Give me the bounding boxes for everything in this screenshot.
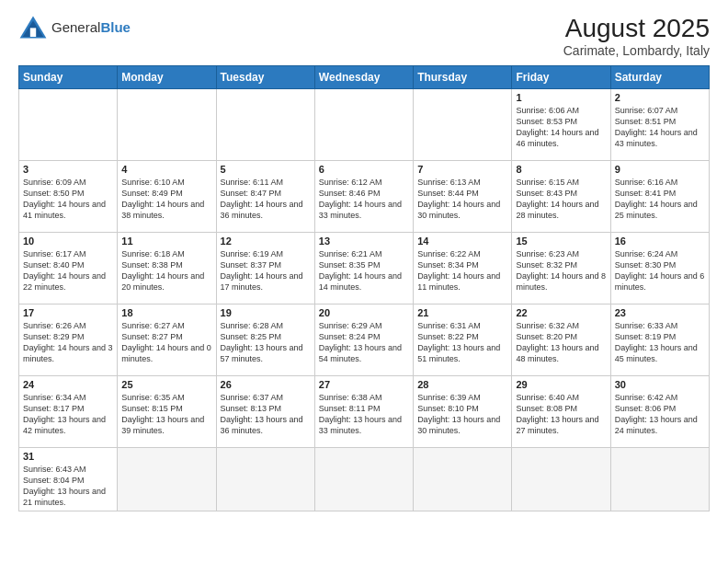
day-number: 10 bbox=[23, 236, 113, 247]
calendar-day-cell: 8Sunrise: 6:15 AM Sunset: 8:43 PM Daylig… bbox=[512, 160, 610, 232]
calendar-day-cell: 15Sunrise: 6:23 AM Sunset: 8:32 PM Dayli… bbox=[512, 232, 610, 304]
calendar-day-cell: 2Sunrise: 6:07 AM Sunset: 8:51 PM Daylig… bbox=[610, 88, 709, 160]
calendar-day-cell: 3Sunrise: 6:09 AM Sunset: 8:50 PM Daylig… bbox=[19, 160, 118, 232]
calendar-day-cell bbox=[314, 447, 413, 511]
weekday-header-wednesday: Wednesday bbox=[314, 65, 413, 88]
calendar-week-3: 10Sunrise: 6:17 AM Sunset: 8:40 PM Dayli… bbox=[19, 232, 710, 304]
calendar-day-cell bbox=[314, 88, 413, 160]
day-number: 1 bbox=[516, 92, 606, 103]
day-info: Sunrise: 6:26 AM Sunset: 8:29 PM Dayligh… bbox=[23, 320, 113, 365]
logo-icon bbox=[18, 15, 48, 40]
day-info: Sunrise: 6:27 AM Sunset: 8:27 PM Dayligh… bbox=[121, 320, 211, 365]
day-number: 24 bbox=[23, 379, 113, 390]
calendar-day-cell: 11Sunrise: 6:18 AM Sunset: 8:38 PM Dayli… bbox=[118, 232, 216, 304]
day-number: 13 bbox=[319, 236, 409, 247]
day-info: Sunrise: 6:28 AM Sunset: 8:25 PM Dayligh… bbox=[221, 320, 311, 365]
calendar-day-cell: 22Sunrise: 6:32 AM Sunset: 8:20 PM Dayli… bbox=[512, 304, 610, 375]
day-info: Sunrise: 6:12 AM Sunset: 8:46 PM Dayligh… bbox=[319, 177, 409, 222]
calendar-day-cell: 19Sunrise: 6:28 AM Sunset: 8:25 PM Dayli… bbox=[216, 304, 314, 375]
day-info: Sunrise: 6:24 AM Sunset: 8:30 PM Dayligh… bbox=[615, 248, 705, 293]
day-number: 7 bbox=[417, 164, 507, 175]
calendar-day-cell: 7Sunrise: 6:13 AM Sunset: 8:44 PM Daylig… bbox=[414, 160, 512, 232]
day-number: 18 bbox=[121, 307, 211, 318]
calendar-day-cell: 28Sunrise: 6:39 AM Sunset: 8:10 PM Dayli… bbox=[414, 375, 512, 447]
calendar-day-cell: 16Sunrise: 6:24 AM Sunset: 8:30 PM Dayli… bbox=[610, 232, 709, 304]
calendar-week-1: 1Sunrise: 6:06 AM Sunset: 8:53 PM Daylig… bbox=[19, 88, 710, 160]
weekday-header-friday: Friday bbox=[512, 65, 610, 88]
calendar-table: SundayMondayTuesdayWednesdayThursdayFrid… bbox=[18, 65, 710, 512]
calendar-day-cell: 10Sunrise: 6:17 AM Sunset: 8:40 PM Dayli… bbox=[19, 232, 118, 304]
calendar-week-2: 3Sunrise: 6:09 AM Sunset: 8:50 PM Daylig… bbox=[19, 160, 710, 232]
day-info: Sunrise: 6:23 AM Sunset: 8:32 PM Dayligh… bbox=[516, 248, 606, 293]
day-info: Sunrise: 6:10 AM Sunset: 8:49 PM Dayligh… bbox=[121, 177, 211, 222]
day-number: 25 bbox=[121, 379, 211, 390]
day-info: Sunrise: 6:38 AM Sunset: 8:11 PM Dayligh… bbox=[319, 392, 409, 437]
calendar-day-cell: 20Sunrise: 6:29 AM Sunset: 8:24 PM Dayli… bbox=[314, 304, 413, 375]
calendar-day-cell: 13Sunrise: 6:21 AM Sunset: 8:35 PM Dayli… bbox=[314, 232, 413, 304]
calendar-day-cell: 25Sunrise: 6:35 AM Sunset: 8:15 PM Dayli… bbox=[118, 375, 216, 447]
calendar-day-cell: 12Sunrise: 6:19 AM Sunset: 8:37 PM Dayli… bbox=[216, 232, 314, 304]
weekday-header-thursday: Thursday bbox=[414, 65, 512, 88]
day-number: 28 bbox=[417, 379, 507, 390]
day-info: Sunrise: 6:29 AM Sunset: 8:24 PM Dayligh… bbox=[319, 320, 409, 365]
page: GeneralBlue August 2025 Carimate, Lombar… bbox=[0, 0, 728, 563]
calendar-day-cell bbox=[414, 88, 512, 160]
calendar-day-cell: 4Sunrise: 6:10 AM Sunset: 8:49 PM Daylig… bbox=[118, 160, 216, 232]
weekday-header-sunday: Sunday bbox=[19, 65, 118, 88]
calendar-day-cell: 5Sunrise: 6:11 AM Sunset: 8:47 PM Daylig… bbox=[216, 160, 314, 232]
weekday-header-tuesday: Tuesday bbox=[216, 65, 314, 88]
calendar-day-cell: 26Sunrise: 6:37 AM Sunset: 8:13 PM Dayli… bbox=[216, 375, 314, 447]
day-info: Sunrise: 6:42 AM Sunset: 8:06 PM Dayligh… bbox=[615, 392, 705, 437]
day-info: Sunrise: 6:15 AM Sunset: 8:43 PM Dayligh… bbox=[516, 177, 606, 222]
day-number: 6 bbox=[319, 164, 409, 175]
day-number: 12 bbox=[221, 236, 311, 247]
day-info: Sunrise: 6:39 AM Sunset: 8:10 PM Dayligh… bbox=[417, 392, 507, 437]
calendar-day-cell: 17Sunrise: 6:26 AM Sunset: 8:29 PM Dayli… bbox=[19, 304, 118, 375]
calendar-day-cell bbox=[414, 447, 512, 511]
calendar-day-cell: 29Sunrise: 6:40 AM Sunset: 8:08 PM Dayli… bbox=[512, 375, 610, 447]
day-number: 3 bbox=[23, 164, 113, 175]
day-info: Sunrise: 6:35 AM Sunset: 8:15 PM Dayligh… bbox=[121, 392, 211, 437]
logo: GeneralBlue bbox=[18, 15, 131, 40]
calendar-day-cell: 21Sunrise: 6:31 AM Sunset: 8:22 PM Dayli… bbox=[414, 304, 512, 375]
day-info: Sunrise: 6:19 AM Sunset: 8:37 PM Dayligh… bbox=[221, 248, 311, 293]
day-number: 11 bbox=[121, 236, 211, 247]
weekday-header-row: SundayMondayTuesdayWednesdayThursdayFrid… bbox=[19, 65, 710, 88]
day-number: 16 bbox=[615, 236, 705, 247]
calendar-day-cell: 14Sunrise: 6:22 AM Sunset: 8:34 PM Dayli… bbox=[414, 232, 512, 304]
calendar-day-cell: 1Sunrise: 6:06 AM Sunset: 8:53 PM Daylig… bbox=[512, 88, 610, 160]
day-info: Sunrise: 6:11 AM Sunset: 8:47 PM Dayligh… bbox=[221, 177, 311, 222]
logo-text: GeneralBlue bbox=[51, 20, 131, 36]
calendar-day-cell: 9Sunrise: 6:16 AM Sunset: 8:41 PM Daylig… bbox=[610, 160, 709, 232]
day-number: 5 bbox=[221, 164, 311, 175]
day-number: 31 bbox=[23, 451, 113, 462]
calendar-day-cell bbox=[512, 447, 610, 511]
day-info: Sunrise: 6:43 AM Sunset: 8:04 PM Dayligh… bbox=[23, 464, 113, 509]
calendar-day-cell: 18Sunrise: 6:27 AM Sunset: 8:27 PM Dayli… bbox=[118, 304, 216, 375]
weekday-header-saturday: Saturday bbox=[610, 65, 709, 88]
day-number: 17 bbox=[23, 307, 113, 318]
header: GeneralBlue August 2025 Carimate, Lombar… bbox=[18, 15, 710, 58]
day-info: Sunrise: 6:07 AM Sunset: 8:51 PM Dayligh… bbox=[615, 105, 705, 150]
calendar-day-cell: 23Sunrise: 6:33 AM Sunset: 8:19 PM Dayli… bbox=[610, 304, 709, 375]
day-number: 29 bbox=[516, 379, 606, 390]
calendar-subtitle: Carimate, Lombardy, Italy bbox=[563, 43, 710, 58]
calendar-day-cell: 31Sunrise: 6:43 AM Sunset: 8:04 PM Dayli… bbox=[19, 447, 118, 511]
calendar-week-5: 24Sunrise: 6:34 AM Sunset: 8:17 PM Dayli… bbox=[19, 375, 710, 447]
day-info: Sunrise: 6:13 AM Sunset: 8:44 PM Dayligh… bbox=[417, 177, 507, 222]
day-info: Sunrise: 6:22 AM Sunset: 8:34 PM Dayligh… bbox=[417, 248, 507, 293]
calendar-week-4: 17Sunrise: 6:26 AM Sunset: 8:29 PM Dayli… bbox=[19, 304, 710, 375]
day-number: 19 bbox=[221, 307, 311, 318]
day-info: Sunrise: 6:40 AM Sunset: 8:08 PM Dayligh… bbox=[516, 392, 606, 437]
calendar-day-cell: 24Sunrise: 6:34 AM Sunset: 8:17 PM Dayli… bbox=[19, 375, 118, 447]
day-info: Sunrise: 6:32 AM Sunset: 8:20 PM Dayligh… bbox=[516, 320, 606, 365]
calendar-day-cell bbox=[19, 88, 118, 160]
calendar-day-cell: 27Sunrise: 6:38 AM Sunset: 8:11 PM Dayli… bbox=[314, 375, 413, 447]
day-info: Sunrise: 6:06 AM Sunset: 8:53 PM Dayligh… bbox=[516, 105, 606, 150]
svg-rect-2 bbox=[30, 28, 36, 37]
day-number: 22 bbox=[516, 307, 606, 318]
day-number: 9 bbox=[615, 164, 705, 175]
calendar-day-cell bbox=[216, 447, 314, 511]
day-number: 26 bbox=[221, 379, 311, 390]
calendar-day-cell bbox=[118, 447, 216, 511]
